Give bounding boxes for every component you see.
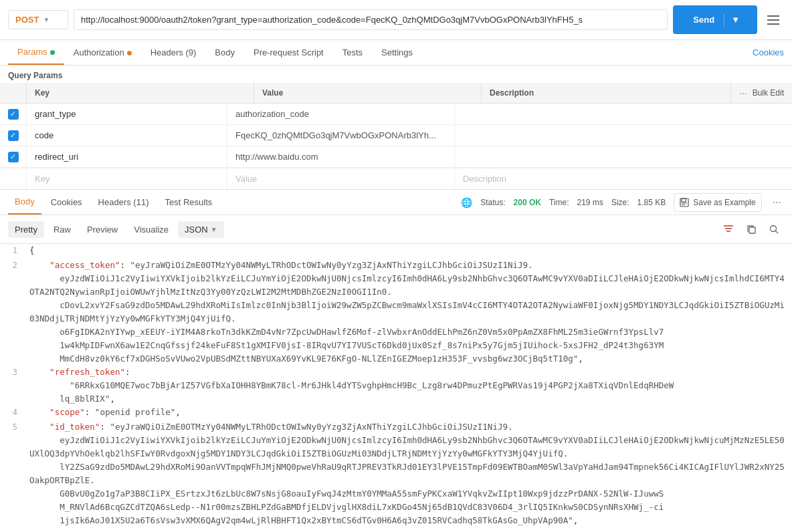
row2-desc[interactable]: [455, 125, 792, 146]
more-icon[interactable]: ···: [739, 88, 747, 98]
code-line: 5 "id_token": "eyJraWQiOiZmE0OTMzYy04NWM…: [0, 420, 792, 527]
row1-desc[interactable]: [455, 104, 792, 124]
line-content: {: [24, 244, 792, 259]
row1-value[interactable]: authorization_code: [227, 104, 455, 124]
line-content: "scope": "openid profile",: [24, 406, 792, 420]
size-value: 1.85 KB: [637, 198, 666, 207]
empty-key[interactable]: Key: [27, 168, 227, 189]
send-button[interactable]: Send ▼: [673, 5, 757, 34]
table-row: ✓ grant_type authorization_code: [0, 104, 792, 125]
line-content: "access_token": "eyJraWQiOiZmE0OTMzYy04N…: [24, 259, 792, 366]
tab-headers[interactable]: Headers (9): [141, 41, 206, 64]
tab-authorization[interactable]: Authorization: [64, 41, 141, 64]
tab-params[interactable]: Params: [8, 40, 64, 65]
time-value: 219 ms: [577, 198, 603, 207]
save-example-label: Save as Example: [693, 198, 755, 207]
response-area: Body Cookies Headers (11) Test Results 🌐…: [0, 190, 792, 532]
line-number: 1: [0, 244, 24, 259]
line-number: 4: [0, 406, 24, 420]
table-row: ✓ code FqecKQ_0zhQMtDGo3qjM7VwbOGxPONArb…: [0, 125, 792, 146]
row2-key[interactable]: code: [27, 125, 227, 146]
row1-key[interactable]: grant_type: [27, 104, 227, 124]
response-status: 🌐 Status: 200 OK Time: 219 ms Size: 1.85…: [461, 193, 784, 212]
svg-rect-1: [767, 19, 779, 21]
svg-rect-8: [749, 227, 755, 233]
request-tabs-bar: Params Authorization Headers (9) Body Pr…: [0, 40, 792, 65]
tab-tests[interactable]: Tests: [333, 41, 372, 64]
top-bar: POST ▼ Send ▼: [0, 0, 792, 40]
status-value: 200 OK: [514, 198, 541, 207]
resp-tab-headers[interactable]: Headers (11): [92, 190, 156, 214]
status-label: Status:: [480, 198, 505, 207]
empty-value[interactable]: Value: [227, 168, 455, 189]
code-area: 1 { 2 "access_token": "eyJraWQiOiZmE0OTM…: [0, 244, 792, 532]
empty-desc[interactable]: Description: [455, 168, 792, 189]
bulk-edit-button[interactable]: Bulk Edit: [753, 88, 784, 98]
copy-icon: [747, 225, 757, 235]
resp-tab-cookies[interactable]: Cookies: [44, 190, 89, 214]
svg-rect-4: [682, 198, 686, 202]
row2-value[interactable]: FqecKQ_0zhQMtDGo3qjM7VwbOGxPONArb3lYh...: [227, 125, 455, 146]
tab-prerequest[interactable]: Pre-request Script: [244, 41, 333, 64]
tab-body[interactable]: Body: [205, 41, 244, 64]
search-icon: [769, 225, 779, 234]
line-content: "id_token": "eyJraWQiOiZmE0OTMzYy04NWMyL…: [24, 420, 792, 527]
send-arrow-icon[interactable]: ▼: [724, 10, 747, 29]
authorization-dot: [127, 51, 132, 55]
method-label: POST: [15, 15, 39, 25]
line-number: 5: [0, 420, 24, 527]
code-line: 2 "access_token": "eyJraWQiOiZmE0OTMzYy0…: [0, 259, 792, 366]
checkbox-icon[interactable]: ✓: [8, 130, 19, 141]
url-input[interactable]: [74, 9, 668, 30]
cookies-link[interactable]: Cookies: [753, 41, 784, 64]
code-line: 1 {: [0, 244, 792, 259]
resp-tab-body[interactable]: Body: [8, 190, 41, 215]
th-actions: ··· Bulk Edit: [731, 83, 792, 103]
th-description: Description: [482, 83, 731, 103]
svg-rect-0: [767, 15, 779, 17]
json-format-label: JSON: [185, 225, 208, 235]
row3-checkbox[interactable]: ✓: [0, 146, 27, 167]
line-content: "refresh_token": "6RRkxG10MQE7woc7bBjAr1…: [24, 366, 792, 406]
format-tabs-bar: Pretty Raw Preview Visualize JSON ▼: [0, 215, 792, 244]
resp-tab-test-results[interactable]: Test Results: [158, 190, 219, 214]
save-as-example-button[interactable]: Save as Example: [674, 193, 761, 212]
row1-checkbox[interactable]: ✓: [0, 104, 27, 124]
table-row: ✓ redirect_uri http://www.baidu.com: [0, 146, 792, 168]
method-chevron-icon: ▼: [43, 16, 50, 23]
filter-icon: [723, 225, 734, 234]
params-table-container: Key Value Description ··· Bulk Edit ✓ gr…: [0, 83, 792, 190]
filter-icon-button[interactable]: [718, 219, 738, 239]
fmt-tab-raw[interactable]: Raw: [47, 221, 78, 238]
response-tabs-bar: Body Cookies Headers (11) Test Results 🌐…: [0, 190, 792, 215]
empty-row: Key Value Description: [0, 168, 792, 189]
save-icon: [680, 198, 689, 207]
send-label: Send: [684, 10, 724, 29]
table-header-row: Key Value Description ··· Bulk Edit: [0, 83, 792, 104]
code-line: 4 "scope": "openid profile",: [0, 406, 792, 420]
search-icon-button[interactable]: [764, 219, 784, 239]
time-label: Time:: [549, 198, 569, 207]
tab-settings[interactable]: Settings: [372, 41, 422, 64]
th-key: Key: [27, 83, 254, 103]
line-number: 3: [0, 366, 24, 406]
method-select[interactable]: POST ▼: [8, 10, 68, 29]
more-actions-icon[interactable]: ···: [770, 196, 784, 209]
globe-icon: 🌐: [461, 197, 472, 208]
copy-icon-button[interactable]: [741, 219, 761, 239]
row3-key[interactable]: redirect_uri: [27, 146, 227, 167]
checkbox-icon[interactable]: ✓: [8, 152, 19, 162]
fmt-tab-pretty[interactable]: Pretty: [8, 221, 44, 238]
size-label: Size:: [611, 198, 629, 207]
fmt-tab-visualize[interactable]: Visualize: [127, 221, 175, 238]
th-value: Value: [254, 83, 482, 103]
sidebar-toggle-icon[interactable]: [763, 9, 784, 31]
json-format-select[interactable]: JSON ▼: [178, 221, 224, 238]
row3-desc[interactable]: [455, 146, 792, 167]
checkbox-icon[interactable]: ✓: [8, 109, 19, 120]
row3-value[interactable]: http://www.baidu.com: [227, 146, 455, 167]
code-line: 3 "refresh_token": "6RRkxG10MQE7woc7bBjA…: [0, 366, 792, 406]
line-number: 2: [0, 259, 24, 366]
row2-checkbox[interactable]: ✓: [0, 125, 27, 146]
fmt-tab-preview[interactable]: Preview: [80, 221, 124, 238]
